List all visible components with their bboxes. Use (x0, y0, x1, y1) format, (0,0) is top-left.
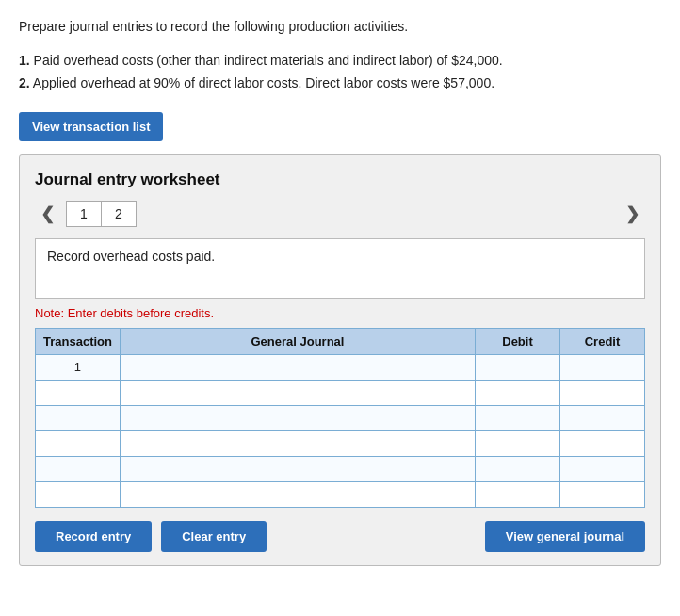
debit-input-5[interactable] (476, 457, 559, 481)
general-journal-input-3[interactable] (121, 406, 475, 430)
txn-cell-3 (36, 405, 121, 430)
general-journal-input-6[interactable] (121, 482, 475, 507)
general-journal-input-4[interactable] (121, 431, 475, 456)
general-journal-input-2[interactable] (121, 381, 475, 405)
page-tab-2[interactable]: 2 (102, 202, 136, 226)
page-tab-1[interactable]: 1 (67, 202, 102, 226)
credit-input-5[interactable] (560, 457, 644, 481)
txn-cell-5 (36, 456, 121, 481)
credit-input-cell-6[interactable] (560, 481, 645, 507)
table-row: 1 (36, 354, 645, 380)
debit-input-cell-3[interactable] (476, 405, 560, 430)
credit-input-6[interactable] (560, 482, 644, 507)
credit-input-2[interactable] (560, 381, 644, 405)
next-arrow[interactable]: ❯ (620, 202, 645, 226)
general-journal-input-cell-4[interactable] (120, 430, 475, 456)
worksheet-container: Journal entry worksheet ❮ 1 2 ❯ Record o… (19, 154, 661, 566)
txn-cell-1: 1 (36, 354, 121, 380)
nav-row: ❮ 1 2 ❯ (35, 201, 645, 227)
debit-input-cell-5[interactable] (476, 456, 560, 481)
table-row (36, 380, 645, 405)
debit-input-cell-4[interactable] (476, 430, 560, 456)
activity-list: 1. Paid overhead costs (other than indir… (19, 50, 661, 95)
debit-input-4[interactable] (476, 431, 559, 456)
credit-input-cell-1[interactable] (560, 354, 645, 380)
view-transaction-button[interactable]: View transaction list (19, 112, 163, 141)
col-header-transaction: Transaction (36, 328, 121, 354)
col-header-debit: Debit (476, 328, 560, 354)
table-row (36, 405, 645, 430)
worksheet-title: Journal entry worksheet (35, 170, 645, 189)
general-journal-input-cell-1[interactable] (120, 354, 475, 380)
journal-table: Transaction General Journal Debit Credit… (35, 328, 645, 508)
action-row: Record entry Clear entry View general jo… (35, 521, 645, 552)
debit-input-3[interactable] (476, 406, 559, 430)
general-journal-input-cell-5[interactable] (120, 456, 475, 481)
prev-arrow[interactable]: ❮ (35, 202, 60, 226)
clear-entry-button[interactable]: Clear entry (161, 521, 267, 552)
debit-input-cell-1[interactable] (476, 354, 560, 380)
table-row (36, 430, 645, 456)
general-journal-input-cell-3[interactable] (120, 405, 475, 430)
page-tabs: 1 2 (66, 201, 137, 227)
view-general-journal-button[interactable]: View general journal (485, 521, 645, 552)
txn-cell-4 (36, 430, 121, 456)
general-journal-input-5[interactable] (121, 457, 475, 481)
credit-input-cell-4[interactable] (560, 430, 645, 456)
general-journal-input-cell-6[interactable] (120, 481, 475, 507)
credit-input-cell-5[interactable] (560, 456, 645, 481)
general-journal-input-1[interactable] (121, 355, 475, 380)
credit-input-cell-3[interactable] (560, 405, 645, 430)
debit-input-cell-6[interactable] (476, 481, 560, 507)
activity-2: 2. Applied overhead at 90% of direct lab… (19, 73, 661, 95)
activity-1: 1. Paid overhead costs (other than indir… (19, 50, 661, 73)
table-row (36, 456, 645, 481)
col-header-general-journal: General Journal (120, 328, 475, 354)
credit-input-3[interactable] (560, 406, 644, 430)
general-journal-input-cell-2[interactable] (120, 380, 475, 405)
txn-cell-2 (36, 380, 121, 405)
record-entry-button[interactable]: Record entry (35, 521, 152, 552)
credit-input-cell-2[interactable] (560, 380, 645, 405)
debit-input-1[interactable] (476, 355, 559, 380)
table-row (36, 481, 645, 507)
description-box: Record overhead costs paid. (35, 238, 645, 299)
txn-cell-6 (36, 481, 121, 507)
debit-input-2[interactable] (476, 381, 559, 405)
intro-text: Prepare journal entries to record the fo… (19, 17, 661, 37)
debit-input-cell-2[interactable] (476, 380, 560, 405)
col-header-credit: Credit (560, 328, 645, 354)
note-text: Note: Enter debits before credits. (35, 306, 645, 320)
debit-input-6[interactable] (476, 482, 559, 507)
credit-input-1[interactable] (560, 355, 644, 380)
credit-input-4[interactable] (560, 431, 644, 456)
